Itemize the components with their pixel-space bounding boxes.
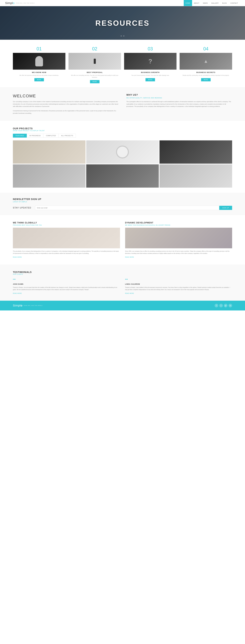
- newsletter-row: Stay Updated Sign Up: [13, 206, 232, 210]
- feature-card-2: 02 Best Proposal We offer our consulting…: [68, 46, 121, 83]
- project-thumb-3[interactable]: [160, 140, 232, 164]
- google-plus-icon[interactable]: g+: [224, 304, 228, 307]
- next-arrow[interactable]: >: [123, 35, 125, 38]
- logo: Simplo: [5, 2, 14, 5]
- newsletter-subtitle: Latest of Simplo: [13, 201, 232, 202]
- lightbulb-icon: [35, 56, 43, 66]
- projects-header: Our Projects Show your project to displa…: [13, 127, 232, 132]
- logo-tagline: Think Big. Win The World: [15, 2, 35, 4]
- feature-desc-3: You can't move business forward. You nee…: [124, 74, 177, 76]
- blog-subtitle-1: Providing best solutions for you: [13, 224, 120, 226]
- email-input[interactable]: [35, 206, 219, 210]
- feature-desc-4: Simplo and this community, we are commit…: [180, 74, 232, 76]
- feature-btn-1[interactable]: More: [34, 78, 44, 81]
- tab-completed[interactable]: Completed: [43, 134, 59, 138]
- feature-card-3: 03 ? Business Growth You can't move busi…: [124, 46, 177, 83]
- features-grid: 01 We Know How We offer the business sol…: [13, 46, 232, 83]
- hero-section: RESOURCES < >: [0, 6, 245, 40]
- blog-title-2: Dynamic Development: [125, 222, 232, 224]
- nav-contact[interactable]: Contact: [229, 0, 240, 6]
- why-us-col: Why Us? We offer quality, service and me…: [126, 94, 232, 114]
- welcome-section: Welcome Our consulting company is one of…: [0, 87, 245, 121]
- testimonial-2: ““ Linda Culdrow Thanks to Simplo, I was…: [125, 278, 232, 294]
- prev-arrow[interactable]: <: [121, 35, 122, 38]
- nav-blog[interactable]: Blog: [221, 0, 229, 6]
- testimonial-author-2: Linda Culdrow: [125, 283, 232, 285]
- hero-arrows: < >: [121, 35, 124, 38]
- footer: Simplo Think Big. Win The World f t g+ i…: [0, 301, 245, 310]
- nav-home[interactable]: Home: [184, 0, 192, 6]
- nav-about[interactable]: About: [192, 0, 201, 6]
- facebook-icon[interactable]: f: [215, 304, 218, 307]
- person-icon: [94, 59, 96, 64]
- footer-logo: Simplo: [13, 304, 22, 307]
- header: Simplo Think Big. Win The World Home Abo…: [0, 0, 245, 6]
- feature-num-1: 01: [13, 46, 65, 52]
- feature-desc-1: We offer the business solving that you c…: [13, 74, 65, 76]
- linkedin-icon[interactable]: in: [229, 304, 232, 307]
- feature-desc-2: We offer our consulting services. Our ai…: [68, 74, 121, 78]
- read-more-1[interactable]: Read More: [13, 256, 22, 258]
- projects-grid: [13, 140, 232, 188]
- testimonial-read-more-2[interactable]: Read More: [125, 293, 134, 294]
- read-more-2[interactable]: Read More: [125, 256, 134, 258]
- feature-btn-2[interactable]: More: [90, 80, 99, 83]
- testimonials-title: Testimonials: [13, 271, 232, 274]
- nav-news[interactable]: News: [201, 0, 210, 6]
- footer-logo-accent: o: [20, 304, 22, 307]
- quote-icon-1: ““: [13, 278, 120, 282]
- tab-all-projects[interactable]: All Projects: [59, 134, 76, 138]
- tab-in-progress[interactable]: In Progress: [27, 134, 43, 138]
- twitter-icon[interactable]: t: [219, 304, 223, 307]
- blog-img-2: [125, 228, 232, 248]
- blog-text-1: The peculiarity of our company that dist…: [13, 250, 120, 254]
- hero-title: RESOURCES: [95, 19, 150, 27]
- testimonial-read-more-1[interactable]: Read More: [13, 293, 22, 294]
- feature-img-4: ▲: [180, 53, 232, 70]
- tab-featured[interactable]: Featured: [13, 134, 27, 138]
- welcome-text1: Our consulting company is one of the lea…: [13, 100, 119, 108]
- signup-button[interactable]: Sign Up: [219, 206, 232, 210]
- main-nav: Home About News Gallery Blog Contact: [184, 0, 240, 6]
- why-us-subtitle: We offer quality, service and meaning: [126, 97, 232, 99]
- testimonials-section: Testimonials Our Clients ““ Josh Dawn Th…: [0, 264, 245, 301]
- project-thumb-1[interactable]: [13, 140, 85, 164]
- nav-gallery[interactable]: Gallery: [210, 0, 221, 6]
- feature-num-2: 02: [68, 46, 121, 52]
- projects-title: Our Projects: [13, 127, 232, 130]
- feature-img-2: [68, 53, 121, 70]
- feature-img-3: ?: [124, 53, 177, 70]
- blog-title-1: We Think Globally: [13, 222, 120, 224]
- feature-card-1: 01 We Know How We offer the business sol…: [13, 46, 65, 83]
- feature-btn-3[interactable]: More: [146, 78, 155, 81]
- feature-num-3: 03: [124, 46, 177, 52]
- blog-section: We Think Globally Providing best solutio…: [0, 215, 245, 264]
- footer-tagline: Think Big. Win The World: [23, 305, 42, 306]
- feature-title-3: Business Growth: [124, 72, 177, 73]
- blog-item-1: We Think Globally Providing best solutio…: [13, 222, 120, 258]
- projects-section: Our Projects Show your project to displa…: [0, 121, 245, 193]
- project-thumb-4[interactable]: [13, 164, 85, 188]
- stay-updated-label: Stay Updated: [13, 207, 31, 209]
- why-us-text: The synergistic effect of our decisions …: [126, 100, 232, 108]
- project-thumb-2[interactable]: [86, 140, 159, 164]
- newsletter-section: Newsletter Sign Up Latest of Simplo Stay…: [0, 193, 245, 215]
- project-thumb-6[interactable]: [160, 164, 232, 188]
- blog-grid: We Think Globally Providing best solutio…: [13, 222, 232, 258]
- testimonial-1: ““ Josh Dawn Thanks to Simplo, I do not …: [13, 278, 120, 294]
- newsletter-title: Newsletter Sign Up: [13, 198, 232, 200]
- features-section: 01 We Know How We offer the business sol…: [0, 40, 245, 87]
- feature-num-4: 04: [180, 46, 232, 52]
- feature-btn-4[interactable]: More: [201, 78, 211, 81]
- logo-accent: o: [13, 2, 14, 5]
- welcome-text2: Comprehensive training of personnel for …: [13, 110, 119, 114]
- blog-text-2: Since 2001, our company has an office fo…: [125, 250, 232, 254]
- project-thumb-5[interactable]: [86, 164, 159, 188]
- question-icon: ?: [148, 58, 152, 65]
- projects-subtitle: Show your project to display talent: [13, 130, 232, 132]
- feature-title-4: Business Secrets: [180, 72, 232, 73]
- testimonials-grid: ““ Josh Dawn Thanks to Simplo, I do not …: [13, 278, 232, 294]
- testimonial-text-1: Thanks to Simplo, I do not expect that f…: [13, 286, 120, 291]
- testimonials-subtitle: Our Clients: [13, 274, 232, 275]
- testimonial-author-1: Josh Dawn: [13, 283, 120, 285]
